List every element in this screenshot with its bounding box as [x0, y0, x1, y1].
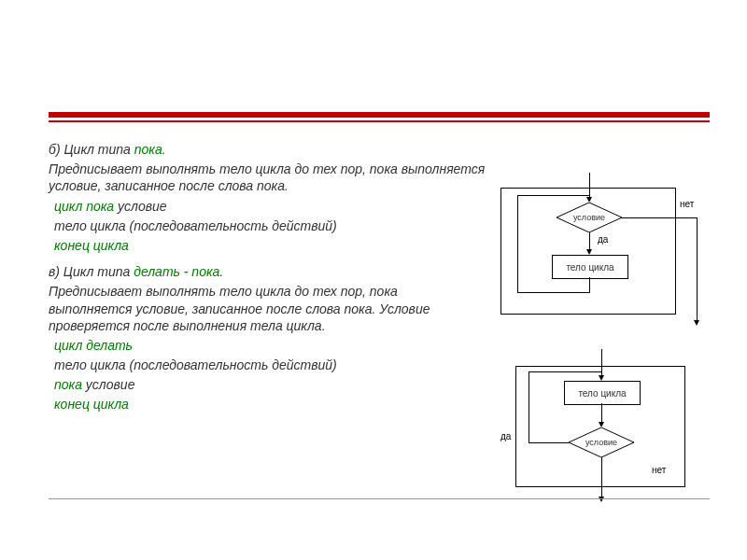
code-b-rest1: условие [114, 199, 166, 214]
dowhile-condition-label: условие [569, 427, 634, 457]
heading-v-prefix: в) Цикл типа [49, 264, 134, 279]
heading-b: б) Цикл типа пока. [49, 141, 487, 158]
code-v: цикл делать тело цикла (последовательнос… [49, 337, 469, 413]
bottom-rule [49, 498, 710, 499]
code-v-line1: цикл делать [54, 337, 469, 354]
desc-b: Предписывает выполнять тело цикла до тех… [49, 161, 487, 194]
while-body-node: тело цикла [552, 255, 628, 279]
section-v: в) Цикл типа делать - пока. Предписывает… [49, 263, 469, 413]
code-b-line2: тело цикла (последовательность действий) [54, 217, 487, 234]
section-b: б) Цикл типа пока. Предписывает выполнят… [49, 141, 487, 254]
code-b-kw1: цикл пока [54, 199, 114, 214]
code-b-line1: цикл пока условие [54, 198, 487, 215]
heading-b-prefix: б) Цикл типа [49, 142, 134, 157]
code-v-line3: пока условие [54, 376, 469, 393]
heading-b-keyword: пока. [134, 142, 166, 157]
title-rule [49, 112, 710, 122]
heading-v-keyword: делать - пока. [134, 264, 223, 279]
heading-v: в) Цикл типа делать - пока. [49, 263, 469, 280]
code-v-line4: конец цикла [54, 396, 469, 413]
dowhile-body-node: тело цикла [564, 381, 641, 405]
flowchart-do-while: тело цикла условие да нет [500, 355, 712, 504]
code-b-line3: конец цикла [54, 237, 487, 254]
dowhile-condition-node: условие [569, 427, 634, 457]
code-b: цикл пока условие тело цикла (последоват… [49, 198, 487, 255]
while-condition-node: условие [557, 203, 622, 232]
desc-v: Предписывает выполнять тело цикла до тех… [49, 283, 469, 334]
while-yes-label: да [598, 234, 608, 245]
while-condition-label: условие [557, 203, 622, 232]
code-v-kw3: пока [54, 377, 82, 392]
code-v-line2: тело цикла (последовательность действий) [54, 357, 469, 373]
while-no-label: нет [680, 199, 694, 209]
dowhile-yes-label: да [500, 431, 511, 441]
dowhile-no-label: нет [652, 465, 666, 475]
code-v-rest3: условие [82, 377, 134, 392]
flowchart-while: условие да тело цикла нет [500, 182, 712, 322]
